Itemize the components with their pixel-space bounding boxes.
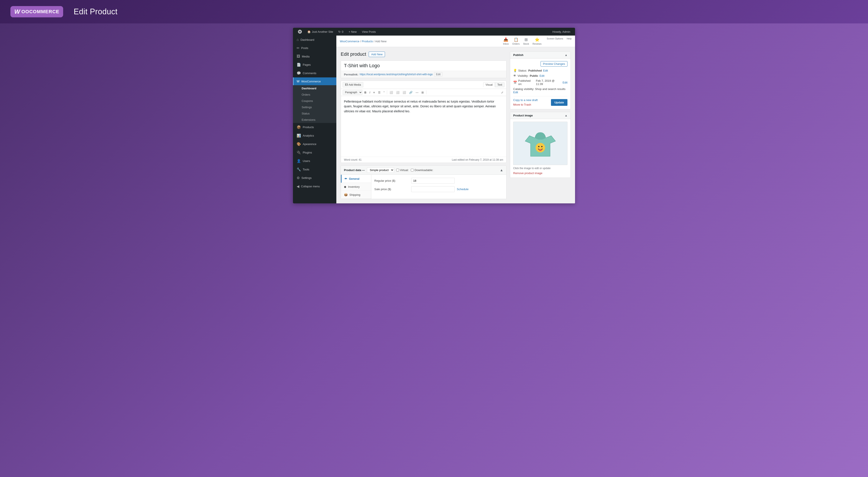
sidebar-item-label: Posts — [301, 46, 308, 49]
sidebar-item-label: Dashboard — [301, 38, 314, 41]
product-tab-shipping[interactable]: 📦 Shipping — [341, 191, 371, 199]
breadcrumb-products[interactable]: Products — [362, 40, 373, 43]
visibility-edit-link[interactable]: Edit — [539, 74, 544, 77]
align-right-button[interactable]: ⬜ — [401, 90, 407, 95]
fullscreen-button[interactable]: ⤢ — [500, 90, 504, 95]
update-button[interactable]: Update — [551, 99, 567, 106]
format-select[interactable]: Paragraph — [343, 90, 362, 95]
regular-price-input[interactable] — [411, 178, 455, 184]
inbox-icon: 📥 — [503, 37, 508, 42]
product-tab-general[interactable]: ✏ General — [341, 175, 371, 183]
main-content: Edit product Add New Permalink: https://… — [336, 47, 575, 203]
orders-icon: 📋 — [514, 37, 519, 42]
editor-format-bar: Paragraph B I ≡ ☰ " ⬜ ⬜ ⬜ 🔗 — — [341, 89, 506, 96]
product-title-input[interactable] — [341, 61, 506, 71]
add-new-button[interactable]: Add New — [369, 52, 385, 57]
text-tab[interactable]: Text — [495, 82, 504, 87]
sidebar-item-plugins[interactable]: 🔌 Plugins — [293, 148, 336, 157]
sale-price-input[interactable] — [411, 186, 455, 192]
ol-button[interactable]: ☰ — [377, 90, 382, 95]
howdy-text: Howdy, Admin — [553, 30, 572, 33]
wp-logo-icon: W — [298, 30, 302, 34]
publish-collapse-icon[interactable]: ▲ — [565, 53, 567, 57]
view-posts-item[interactable]: View Posts — [360, 28, 378, 36]
product-image-note: Click the image to edit or update — [513, 167, 567, 170]
sidebar-item-settings[interactable]: ⚙ Settings — [293, 174, 336, 182]
wp-body: ⌂ Dashboard ✏ Posts 🖼 Media 📄 Pages 💬 Co… — [293, 36, 575, 203]
sidebar-item-media[interactable]: 🖼 Media — [293, 52, 336, 61]
product-image-box-header: Product image ▲ — [510, 112, 570, 119]
sidebar-item-woocommerce[interactable]: W WooCommerce — [293, 77, 336, 85]
schedule-link[interactable]: Schedule — [457, 188, 468, 191]
virtual-checkbox[interactable] — [396, 169, 399, 171]
preview-changes-button[interactable]: Preview Changes — [540, 61, 567, 67]
move-trash-link[interactable]: Move to Trash — [513, 103, 531, 106]
new-item[interactable]: + New — [346, 28, 359, 36]
reviews-icon-item[interactable]: ⭐ Reviews — [532, 37, 541, 45]
visibility-label: Visibility: — [518, 74, 528, 77]
wp-logo-item[interactable]: W — [296, 28, 304, 36]
hr-button[interactable]: — — [414, 90, 420, 95]
submenu-coupons[interactable]: Coupons — [293, 98, 336, 104]
remove-product-image-link[interactable]: Remove product image — [513, 171, 542, 175]
editor-content[interactable]: Pellentesque habitant morbi tristique se… — [341, 96, 506, 157]
sidebar-item-users[interactable]: 👤 Users — [293, 157, 336, 165]
ul-button[interactable]: ≡ — [372, 90, 376, 95]
add-media-button[interactable]: 🎞 Add Media — [343, 82, 363, 88]
sidebar-item-comments[interactable]: 💬 Comments — [293, 69, 336, 77]
permalink-link[interactable]: https://local.wordpress.test/shop/clothi… — [360, 73, 433, 76]
submenu-orders[interactable]: Orders — [293, 92, 336, 98]
blockquote-button[interactable]: " — [382, 90, 386, 95]
submenu-extensions[interactable]: Extensions — [293, 117, 336, 123]
status-edit-link[interactable]: Edit — [543, 69, 548, 72]
permalink-edit-button[interactable]: Edit — [434, 72, 442, 76]
sidebar-item-analytics[interactable]: 📊 Analytics — [293, 131, 336, 140]
sidebar-item-appearance[interactable]: 🎨 Apearence — [293, 140, 336, 148]
submenu-status[interactable]: Status — [293, 110, 336, 117]
virtual-checkbox-label[interactable]: Virtual: — [396, 168, 409, 172]
sidebar-item-posts[interactable]: ✏ Posts — [293, 44, 336, 52]
published-edit-link[interactable]: Edit — [563, 81, 567, 84]
product-type-select[interactable]: Simple product — [367, 167, 394, 173]
table-button[interactable]: ⊞ — [420, 90, 425, 95]
stock-icon-item[interactable]: ⊞ Stock — [523, 37, 529, 45]
inbox-icon-item[interactable]: 📥 Inbox — [503, 37, 509, 45]
bold-button[interactable]: B — [363, 90, 367, 95]
media-icon: 🖼 — [297, 55, 300, 58]
screen-options-item[interactable]: Screen Options — [547, 37, 563, 45]
sidebar-item-tools[interactable]: 🔧 Tools — [293, 165, 336, 174]
sidebar-item-dashboard[interactable]: ⌂ Dashboard — [293, 36, 336, 44]
product-data-collapse[interactable]: ▲ — [500, 168, 503, 172]
updates-item[interactable]: ↻ 0 — [336, 28, 345, 36]
visibility-value: Public — [530, 74, 538, 77]
status-value: Published — [528, 69, 541, 72]
sidebar-item-pages[interactable]: 📄 Pages — [293, 61, 336, 69]
sidebar-item-collapse[interactable]: ◀ Collapse menu — [293, 182, 336, 191]
help-item[interactable]: Help — [566, 37, 571, 45]
reviews-label: Reviews — [532, 42, 541, 45]
submenu-dashboard[interactable]: Dashboard — [293, 85, 336, 92]
copy-draft-link[interactable]: Copy to a new draft — [513, 98, 538, 102]
product-image-collapse-icon[interactable]: ▲ — [565, 114, 567, 117]
woo-logo-w: W — [14, 8, 20, 15]
submenu-settings[interactable]: Settings — [293, 104, 336, 110]
catalog-edit-link[interactable]: Edit — [513, 91, 518, 94]
italic-button[interactable]: I — [368, 90, 371, 95]
status-label: Status: — [518, 69, 527, 72]
downloadable-checkbox-label[interactable]: Downloadable: — [411, 168, 433, 172]
link-button[interactable]: 🔗 — [408, 90, 413, 95]
product-tab-inventory[interactable]: ◆ Inventory — [341, 183, 371, 191]
general-tab-label: General — [349, 177, 359, 180]
svg-point-5 — [539, 149, 542, 151]
sidebar-item-products[interactable]: 📦 Products — [293, 123, 336, 131]
refresh-icon: ↻ — [338, 30, 341, 33]
visual-tab[interactable]: Visual — [483, 82, 495, 87]
site-name-item[interactable]: 🏠 Just Another Site — [305, 28, 335, 36]
align-left-button[interactable]: ⬜ — [389, 90, 394, 95]
breadcrumb-woocommerce[interactable]: WooCommerce — [340, 40, 359, 43]
align-center-button[interactable]: ⬜ — [395, 90, 401, 95]
home-icon: 🏠 — [307, 30, 311, 33]
downloadable-checkbox[interactable] — [411, 169, 413, 171]
orders-icon-item[interactable]: 📋 Orders — [512, 37, 520, 45]
product-image-container[interactable] — [513, 122, 567, 165]
